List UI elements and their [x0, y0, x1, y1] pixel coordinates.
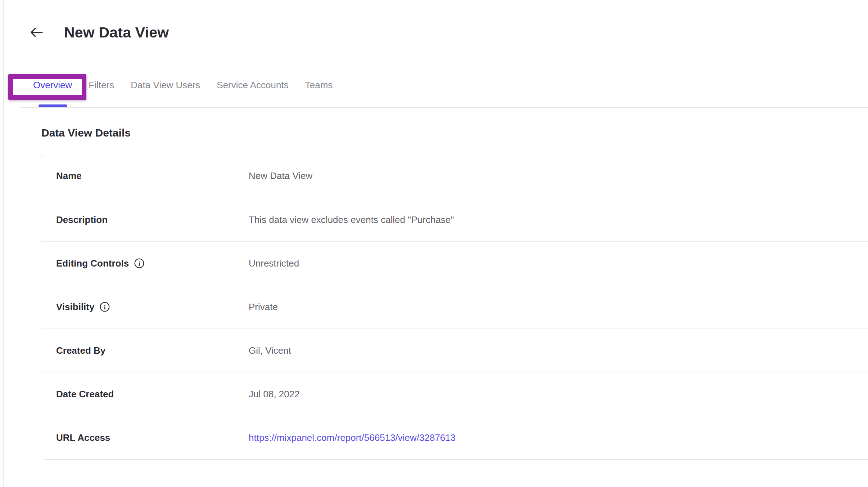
detail-row-url-access: URL Access https://mixpanel.com/report/5…: [41, 416, 868, 459]
detail-value: New Data View: [249, 170, 312, 182]
detail-row-created-by: Created By Gil, Vicent: [41, 329, 868, 372]
detail-label-text: Visibility: [56, 301, 94, 313]
detail-row-editing-controls: Editing Controls i Unrestricted: [41, 241, 868, 285]
tab-overview[interactable]: Overview: [33, 80, 72, 91]
detail-row-date-created: Date Created Jul 08, 2022: [41, 372, 868, 416]
section-heading: Data View Details: [41, 127, 131, 139]
detail-row-description: Description This data view excludes even…: [41, 198, 868, 241]
tab-service-accounts[interactable]: Service Accounts: [217, 80, 288, 91]
detail-label: Editing Controls i: [56, 258, 249, 269]
info-icon[interactable]: i: [99, 301, 110, 312]
tab-bar-divider: [21, 107, 868, 108]
detail-label: URL Access: [56, 432, 249, 443]
detail-row-name: Name New Data View: [41, 154, 868, 198]
detail-label-text: Created By: [56, 345, 105, 356]
detail-value: Gil, Vicent: [249, 345, 291, 356]
data-view-details-card: Name New Data View Description This data…: [41, 154, 868, 460]
detail-label-text: URL Access: [56, 432, 110, 443]
svg-text:i: i: [139, 260, 140, 267]
url-access-link[interactable]: https://mixpanel.com/report/566513/view/…: [249, 432, 456, 443]
detail-row-visibility: Visibility i Private: [41, 285, 868, 329]
detail-value: Private: [249, 301, 278, 313]
back-button[interactable]: [30, 25, 44, 40]
detail-value: Unrestricted: [249, 258, 299, 269]
detail-value: https://mixpanel.com/report/566513/view/…: [249, 432, 456, 443]
detail-label: Name: [56, 170, 249, 182]
detail-label-text: Date Created: [56, 389, 114, 400]
detail-label: Date Created: [56, 389, 249, 400]
tab-bar: Overview Filters Data View Users Service…: [33, 74, 333, 96]
detail-label: Created By: [56, 345, 249, 356]
detail-value: Jul 08, 2022: [249, 389, 300, 400]
panel-left-border: [3, 0, 4, 487]
tab-filters[interactable]: Filters: [89, 80, 114, 91]
tab-teams[interactable]: Teams: [305, 80, 333, 91]
svg-text:i: i: [104, 304, 106, 311]
detail-label: Description: [56, 214, 249, 225]
info-icon[interactable]: i: [134, 258, 145, 269]
arrow-left-icon: [30, 26, 44, 39]
detail-label-text: Name: [56, 170, 82, 182]
detail-value: This data view excludes events called "P…: [249, 214, 454, 225]
detail-label-text: Description: [56, 214, 108, 225]
tab-data-view-users[interactable]: Data View Users: [131, 80, 200, 91]
page-title: New Data View: [64, 24, 169, 41]
page-header: New Data View: [30, 22, 169, 43]
detail-label-text: Editing Controls: [56, 258, 129, 269]
detail-label: Visibility i: [56, 301, 249, 313]
